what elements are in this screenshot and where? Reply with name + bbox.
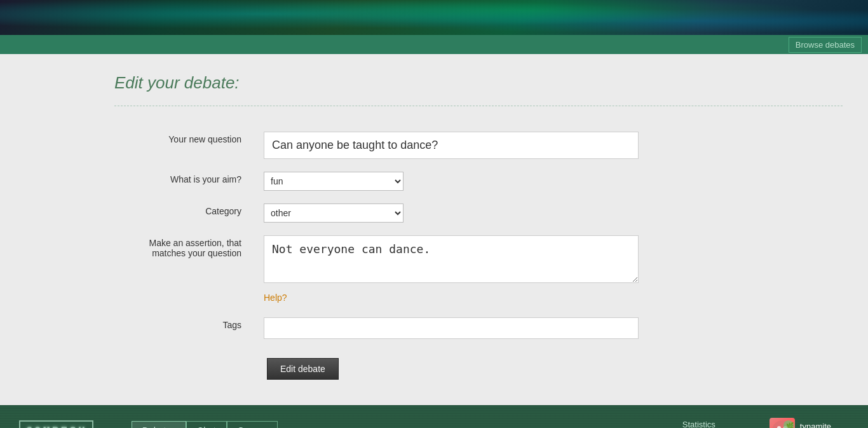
edit-debate-button[interactable]: Edit debate	[267, 358, 339, 380]
category-select[interactable]: othersportssciencepoliticsentertainmentt…	[264, 204, 403, 223]
tags-label: Tags	[114, 311, 254, 345]
help-row: Help?	[114, 292, 843, 311]
submit-row: Edit debate	[114, 358, 843, 380]
footer-nav: DebatesChatGroups	[132, 421, 278, 428]
footer-logo: COMPESH	[19, 420, 93, 429]
footer-nav-chat[interactable]: Chat	[186, 421, 227, 428]
footer-links: StatisticsFeedback	[682, 420, 719, 428]
aim-select[interactable]: funeducationdebateother	[264, 172, 403, 191]
question-input-cell	[254, 125, 843, 165]
footer: COMPESH DebatesChatGroups StatisticsFeed…	[0, 405, 868, 428]
help-link[interactable]: Help?	[264, 293, 287, 303]
browse-debates-button[interactable]: Browse debates	[789, 37, 862, 53]
aim-input-cell: funeducationdebateother	[254, 165, 843, 197]
edit-form: Your new question What is your aim? fune…	[114, 125, 843, 345]
question-row: Your new question	[114, 125, 843, 165]
tags-row: Tags	[114, 311, 843, 345]
footer-user: 🌿 tynamite 0p →	[770, 418, 849, 428]
divider	[114, 106, 843, 106]
aim-label: What is your aim?	[114, 165, 254, 197]
tags-input-cell	[254, 311, 843, 345]
tags-input[interactable]	[264, 317, 639, 339]
user-arrow-icon: →	[839, 425, 849, 428]
svg-text:🌿: 🌿	[786, 422, 794, 428]
header-bar: Browse debates	[0, 35, 868, 54]
category-label: Category	[114, 197, 254, 229]
main-content: Edit your debate: Your new question What…	[0, 54, 868, 405]
footer-nav-debates[interactable]: Debates	[132, 421, 186, 428]
user-avatar: 🌿	[770, 418, 795, 428]
category-input-cell: othersportssciencepoliticsentertainmentt…	[254, 197, 843, 229]
question-label: Your new question	[114, 125, 254, 165]
page-title: Edit your debate:	[114, 73, 843, 93]
avatar-icon: 🌿	[771, 419, 794, 428]
top-banner	[0, 0, 868, 35]
question-input[interactable]	[264, 132, 639, 159]
category-row: Category othersportssciencepoliticsenter…	[114, 197, 843, 229]
footer-link-statistics[interactable]: Statistics	[682, 420, 719, 428]
user-info: tynamite 0p	[800, 422, 831, 429]
assertion-row: Make an assertion, that matches your que…	[114, 229, 843, 292]
assertion-input-cell	[254, 229, 843, 292]
user-name: tynamite	[800, 422, 831, 429]
assertion-label: Make an assertion, that matches your que…	[114, 229, 254, 292]
assertion-textarea[interactable]	[264, 235, 639, 283]
aim-row: What is your aim? funeducationdebateothe…	[114, 165, 843, 197]
footer-nav-groups[interactable]: Groups	[227, 421, 278, 428]
